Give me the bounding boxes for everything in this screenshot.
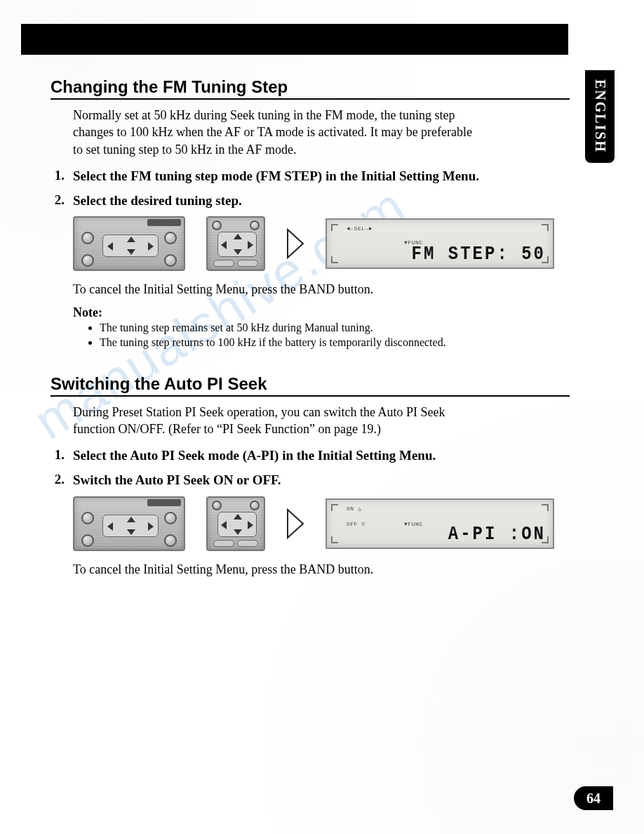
- panel-button: [212, 501, 222, 510]
- step-number: 1.: [51, 168, 65, 185]
- dpad-cluster: [102, 234, 159, 257]
- section1-title: Changing the FM Tuning Step: [51, 77, 570, 97]
- pioneer-logo: [147, 219, 181, 226]
- dpad-up-icon: [127, 517, 135, 522]
- section1-cancel-text: To cancel the Initial Setting Menu, pres…: [73, 281, 494, 298]
- panel-button: [164, 254, 177, 267]
- panel-button-oval: [237, 540, 258, 547]
- display-indicator-sel: ◄–SEL–►: [347, 225, 373, 232]
- section2-title: Switching the Auto PI Seek: [51, 374, 570, 394]
- section1-rule: [51, 98, 570, 100]
- pioneer-logo: [147, 499, 181, 506]
- step-text: Select the FM tuning step mode (FM STEP)…: [73, 168, 485, 185]
- section1-step-1: 1. Select the FM tuning step mode (FM ST…: [51, 168, 485, 185]
- panel-button-oval: [237, 260, 258, 267]
- dpad-left-icon: [107, 242, 113, 251]
- dpad-right-icon: [248, 241, 253, 249]
- section2-step-2: 2. Switch the Auto PI Seek ON or OFF.: [51, 472, 485, 489]
- section2-figure-row: ON △ OFF ▽ ▼FUNC A-PI :ON: [73, 496, 570, 551]
- dpad-up-icon: [127, 237, 135, 242]
- language-tab: ENGLISH: [585, 70, 615, 163]
- panel-button: [250, 220, 260, 230]
- section2-cancel-text: To cancel the Initial Setting Menu, pres…: [73, 561, 494, 578]
- page-number-badge: 64: [574, 786, 613, 810]
- note-item: The tuning step returns to 100 kHz if th…: [100, 335, 508, 350]
- panel-button: [81, 232, 94, 244]
- page-number: 64: [586, 790, 601, 807]
- section1-figure-row: ◄–SEL–► ▼FUNC FM STEP: 50: [73, 216, 570, 271]
- display-main-text: A-PI :ON: [404, 523, 546, 545]
- panel-button: [164, 232, 177, 244]
- step-number: 1.: [51, 447, 65, 465]
- panel-button-oval: [213, 260, 234, 267]
- section1-note-list: The tuning step remains set at 50 kHz du…: [87, 320, 508, 350]
- lcd-display: ◄–SEL–► ▼FUNC FM STEP: 50: [326, 218, 554, 269]
- dpad-down-icon: [234, 249, 242, 255]
- dpad-right-icon: [248, 521, 253, 529]
- head-unit-panel: [73, 496, 185, 551]
- dpad-right-icon: [148, 522, 154, 531]
- panel-button-oval: [213, 540, 234, 547]
- dpad-up-icon: [234, 234, 242, 239]
- dpad-cluster: [217, 512, 257, 537]
- section2-rule: [51, 395, 570, 397]
- dpad-left-icon: [221, 521, 227, 529]
- dpad-up-icon: [234, 514, 242, 519]
- step-text: Select the desired tuning step.: [73, 192, 485, 210]
- section2-intro: During Preset Station PI Seek operation,…: [73, 404, 480, 438]
- dpad-down-icon: [127, 249, 135, 255]
- panel-button: [250, 501, 260, 510]
- dpad-down-icon: [234, 529, 242, 535]
- panel-button: [81, 512, 94, 524]
- dpad-left-icon: [221, 241, 227, 249]
- language-tab-label: ENGLISH: [592, 79, 608, 153]
- display-indicator-on: ON △: [347, 505, 361, 512]
- display-indicator-off: OFF ▽: [347, 521, 365, 527]
- remote-panel: [206, 496, 265, 551]
- step-text: Select the Auto PI Seek mode (A-PI) in t…: [73, 447, 485, 465]
- header-black-bar: [21, 24, 568, 55]
- svg-marker-1: [288, 510, 303, 538]
- panel-button: [164, 534, 177, 547]
- step-text: Switch the Auto PI Seek ON or OFF.: [73, 472, 485, 489]
- section2-step-1: 1. Select the Auto PI Seek mode (A-PI) i…: [51, 447, 485, 465]
- dpad-cluster: [102, 515, 159, 537]
- panel-button: [81, 534, 94, 547]
- remote-panel: [206, 216, 265, 271]
- section1-step-2: 2. Select the desired tuning step.: [51, 192, 485, 210]
- step-number: 2.: [51, 472, 65, 489]
- panel-button: [81, 254, 94, 267]
- display-main-text: FM STEP: 50: [404, 243, 546, 265]
- dpad-left-icon: [107, 522, 113, 531]
- arrow-right-icon: [286, 228, 304, 259]
- lcd-display: ON △ OFF ▽ ▼FUNC A-PI :ON: [326, 498, 554, 549]
- dpad-cluster: [217, 232, 257, 257]
- section1-intro: Normally set at 50 kHz during Seek tunin…: [73, 107, 480, 158]
- panel-button: [212, 220, 222, 230]
- head-unit-panel: [73, 216, 185, 271]
- panel-button: [164, 512, 177, 524]
- dpad-right-icon: [148, 242, 154, 251]
- note-item: The tuning step remains set at 50 kHz du…: [100, 320, 508, 336]
- arrow-right-icon: [286, 508, 304, 539]
- step-number: 2.: [51, 192, 65, 210]
- section1-note-label: Note:: [73, 305, 570, 320]
- dpad-down-icon: [127, 529, 135, 535]
- svg-marker-0: [288, 230, 303, 258]
